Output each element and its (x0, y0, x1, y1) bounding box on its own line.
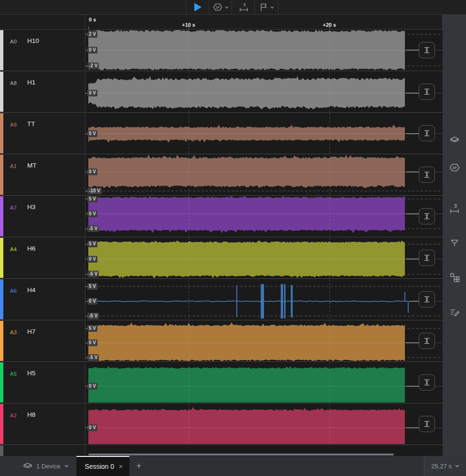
svg-text:3: 3 (243, 2, 245, 7)
channel-color-strip[interactable] (0, 362, 3, 402)
channel-info[interactable]: A9 TT (3, 113, 85, 153)
sidebar-notes-icon[interactable] (448, 306, 460, 318)
waveform-area[interactable]: 5 V0 V-5 V (85, 196, 442, 236)
channel-info[interactable]: A0 H10 (3, 30, 85, 70)
waveform-area[interactable]: 0 V-10 V (85, 155, 442, 195)
voltage-label-text: -5 V (87, 271, 99, 277)
waveform-area[interactable]: 0 V (85, 362, 442, 402)
waveform-area[interactable]: 5 V0 V-5 V (85, 279, 442, 319)
channel-color-strip[interactable] (0, 155, 3, 195)
channel-color-strip[interactable] (0, 238, 3, 278)
voltage-label-text: 0 V (87, 339, 97, 346)
svg-text:3: 3 (454, 203, 457, 209)
channel-row: A1 MT 0 V-10 V (0, 155, 443, 195)
measure-button[interactable] (419, 125, 435, 141)
channel-color-strip[interactable] (0, 72, 3, 112)
waveform-trace (85, 404, 442, 444)
annotations-flag-icon (449, 237, 460, 249)
voltage-label: 0 V (85, 169, 97, 175)
channel-info[interactable]: A5 H5 (3, 362, 85, 402)
voltage-label-text: 5 V (87, 196, 97, 202)
voltage-label-text: 0 V (87, 424, 97, 431)
voltage-label-text: -5 V (87, 354, 99, 361)
add-session-button[interactable]: + (129, 456, 148, 476)
time-ruler[interactable]: 0 s+10 s+20 s (0, 15, 443, 30)
hexagon-1f-icon: 1F (212, 2, 223, 12)
channel-port-label: A7 (10, 205, 17, 211)
voltage-label: 5 V (85, 283, 97, 290)
measure-button[interactable] (419, 291, 435, 307)
waveform-area[interactable]: 0 V (85, 113, 442, 153)
channel-color-strip[interactable] (0, 113, 3, 153)
channel-info[interactable]: A4 H6 (3, 238, 85, 278)
tab-session-0[interactable]: Session 0 × (76, 456, 130, 476)
measure-button[interactable] (419, 333, 435, 349)
waveform-area[interactable]: 5 V0 V-5 V (85, 238, 442, 278)
channel-info[interactable]: A8 H1 (3, 72, 85, 112)
sidebar-device-icon[interactable] (448, 134, 460, 146)
channel-row: A2 H8 0 V (0, 404, 443, 444)
voltage-label: 0 V (85, 339, 97, 346)
voltage-label: -5 V (85, 225, 99, 232)
sidebar-measurements-icon[interactable]: 3 (448, 203, 460, 215)
waveform-area[interactable]: 0 V (85, 404, 442, 444)
measure-button[interactable] (419, 374, 435, 391)
measurement-button[interactable]: 3 (232, 0, 255, 14)
channel-name-label: MT (27, 162, 37, 169)
waveform-area[interactable]: 0 V (85, 72, 442, 112)
vertical-measure-icon (423, 171, 431, 179)
time-tick-mark (189, 27, 189, 29)
vertical-measure-icon (423, 337, 431, 345)
sidebar-analyzer-1f-icon[interactable]: 1F (448, 162, 460, 174)
measure-button[interactable] (419, 42, 435, 58)
measure-button[interactable] (419, 208, 435, 224)
voltage-label: -2 V (85, 63, 99, 69)
voltage-label: 5 V (85, 196, 97, 202)
close-icon[interactable]: × (119, 463, 123, 470)
measure-button[interactable] (419, 416, 435, 432)
channel-info[interactable] (3, 445, 85, 456)
voltage-label-text: 5 V (87, 325, 97, 332)
channel-color-strip[interactable] (0, 279, 3, 319)
measure-button[interactable] (419, 84, 435, 100)
marker-button[interactable] (255, 0, 278, 14)
ruler-corner (0, 15, 85, 29)
waveform-trace (85, 238, 442, 278)
channel-color-strip[interactable] (0, 196, 3, 236)
waveform-area[interactable]: 2 V0 V-2 V (85, 30, 442, 70)
channel-name-label: H4 (27, 286, 35, 294)
channel-info[interactable]: A1 MT (3, 155, 85, 195)
channel-color-strip[interactable] (0, 404, 3, 444)
voltage-label-text: -5 V (87, 313, 99, 319)
toolbar-button-group: 1F 3 (186, 0, 278, 15)
channel-color-strip[interactable] (0, 30, 3, 70)
voltage-label: -5 V (85, 271, 99, 277)
channel-info[interactable]: A3 H7 (3, 321, 85, 361)
waveform-area[interactable]: 5 V0 V-5 V (85, 321, 442, 361)
analyzer-button[interactable]: 1F (209, 0, 232, 14)
channel-info[interactable]: A2 H8 (3, 404, 85, 444)
channel-info[interactable]: A6 H4 (3, 279, 85, 319)
horizontal-scrollbar[interactable] (88, 454, 394, 455)
channel-row: A5 H5 0 V (0, 362, 443, 402)
voltage-label-text: 0 V (87, 169, 97, 175)
svg-text:1F: 1F (215, 5, 220, 10)
measure-button[interactable] (419, 250, 435, 266)
measure-button[interactable] (419, 167, 435, 183)
play-icon (193, 2, 202, 12)
sidebar-annotations-flag-icon[interactable] (448, 237, 460, 249)
sidebar-extensions-icon[interactable] (448, 272, 460, 284)
measurements-icon: 3 (449, 203, 460, 215)
device-selector[interactable]: 1 Device (0, 456, 76, 476)
channel-color-strip[interactable] (0, 445, 3, 456)
channel-port-label: A3 (10, 329, 17, 335)
channel-port-label: A0 (10, 39, 17, 44)
play-button[interactable] (186, 0, 209, 14)
channel-color-strip[interactable] (0, 321, 3, 361)
flag-icon (259, 2, 268, 12)
channel-port-label: A5 (10, 371, 17, 377)
channel-info[interactable]: A7 H3 (3, 196, 85, 236)
channel-row: A6 H4 5 V0 V-5 V (0, 279, 443, 319)
voltage-label-text: -2 V (87, 63, 99, 69)
capture-duration-selector[interactable]: 25.27 s (424, 456, 466, 476)
